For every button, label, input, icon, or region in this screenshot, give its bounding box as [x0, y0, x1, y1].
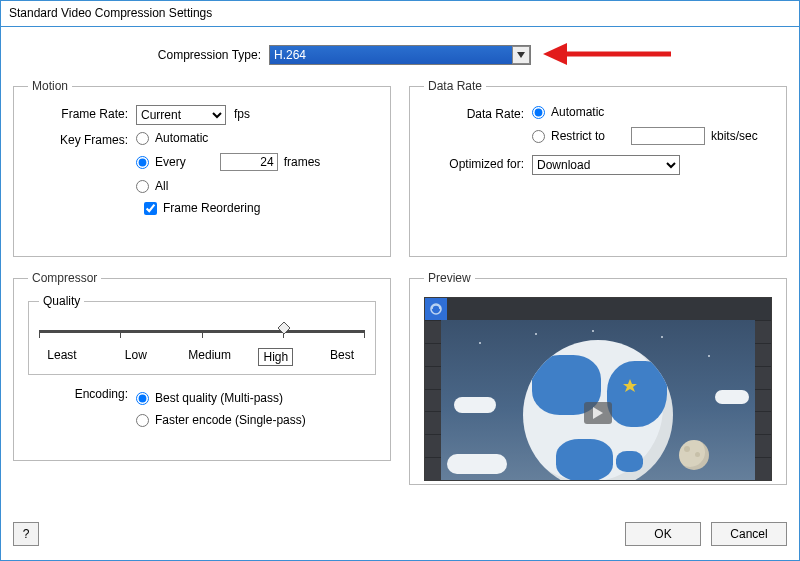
key-frames-label: Key Frames: [28, 131, 136, 147]
svg-marker-6 [593, 407, 603, 419]
client-area: Compression Type: H.264 Motion [1, 27, 799, 560]
right-column: Data Rate Data Rate: Automatic Restrict … [409, 79, 787, 485]
moon-icon [679, 440, 709, 470]
encoding-faster-option[interactable]: Faster encode (Single-pass) [136, 413, 306, 427]
kf-automatic-radio[interactable] [136, 132, 149, 145]
motion-legend: Motion [28, 79, 72, 93]
svg-marker-2 [543, 43, 567, 65]
quality-label-low: Low [111, 348, 161, 366]
preview-group: Preview [409, 271, 787, 485]
data-rate-options: Automatic Restrict to kbits/sec [532, 105, 758, 145]
dr-automatic-radio[interactable] [532, 106, 545, 119]
kf-every-option[interactable]: Every frames [136, 153, 320, 171]
compression-type-label: Compression Type: [13, 48, 269, 62]
optimized-select[interactable]: Download [532, 155, 680, 175]
cancel-button[interactable]: Cancel [711, 522, 787, 546]
left-column: Motion Frame Rate: Current fps Key Frame… [13, 79, 391, 485]
preview-scene [441, 320, 755, 480]
encoding-faster-radio[interactable] [136, 414, 149, 427]
quality-label-high: High [258, 348, 293, 366]
preview-left-strip [425, 320, 441, 480]
quality-label-best: Best [317, 348, 367, 366]
preview-top-strip [425, 298, 771, 320]
restrict-value-input[interactable] [631, 127, 705, 145]
optimized-row: Optimized for: Download [424, 155, 772, 175]
quality-label-least: Least [37, 348, 87, 366]
preview-box [424, 297, 772, 481]
chevron-down-icon[interactable] [512, 46, 530, 64]
kf-all-radio[interactable] [136, 180, 149, 193]
data-rate-legend: Data Rate [424, 79, 486, 93]
data-rate-group: Data Rate Data Rate: Automatic Restrict … [409, 79, 787, 257]
kf-all-option[interactable]: All [136, 179, 320, 193]
help-button[interactable]: ? [13, 522, 39, 546]
preview-right-strip [755, 320, 771, 480]
slider-thumb[interactable] [277, 320, 291, 334]
quality-legend: Quality [39, 294, 84, 308]
frame-rate-label: Frame Rate: [28, 105, 136, 121]
data-rate-row: Data Rate: Automatic Restrict to kbits/s… [424, 105, 772, 145]
encoding-label: Encoding: [28, 385, 136, 401]
dr-restrict-radio[interactable] [532, 130, 545, 143]
ok-button[interactable]: OK [625, 522, 701, 546]
frame-reordering-label: Frame Reordering [163, 201, 260, 215]
encoding-best-radio[interactable] [136, 392, 149, 405]
quality-slider[interactable] [39, 322, 365, 346]
compression-type-combo[interactable]: H.264 [269, 45, 531, 65]
key-frames-row: Key Frames: Automatic Every frames All [28, 131, 376, 193]
compressor-legend: Compressor [28, 271, 101, 285]
svg-marker-5 [623, 379, 637, 392]
key-frames-options: Automatic Every frames All [136, 131, 320, 193]
kf-every-radio[interactable] [136, 156, 149, 169]
window-title: Standard Video Compression Settings [9, 6, 212, 20]
bottom-bar: ? OK Cancel [13, 522, 787, 546]
title-bar: Standard Video Compression Settings [1, 1, 799, 27]
preview-legend: Preview [424, 271, 475, 285]
columns: Motion Frame Rate: Current fps Key Frame… [13, 79, 787, 485]
quality-label-medium: Medium [185, 348, 235, 366]
motion-group: Motion Frame Rate: Current fps Key Frame… [13, 79, 391, 257]
compression-type-row: Compression Type: H.264 [13, 35, 787, 79]
location-marker-icon [623, 378, 637, 392]
svg-marker-3 [278, 322, 290, 334]
encoding-best-option[interactable]: Best quality (Multi-pass) [136, 391, 306, 405]
compression-type-value: H.264 [270, 48, 512, 62]
kf-automatic-option[interactable]: Automatic [136, 131, 320, 145]
encoding-options: Best quality (Multi-pass) Faster encode … [136, 391, 306, 427]
fps-suffix: fps [234, 105, 250, 121]
frame-reordering-checkbox[interactable] [144, 202, 157, 215]
preview-app-icon [425, 298, 447, 320]
frame-rate-select[interactable]: Current [136, 105, 226, 125]
quality-group: Quality Least Low Medium Hig [28, 301, 376, 375]
dialog-window: Standard Video Compression Settings Comp… [0, 0, 800, 561]
frame-reordering-row: Frame Reordering [144, 201, 376, 215]
encoding-row: Encoding: Best quality (Multi-pass) Fast… [28, 385, 376, 427]
optimized-label: Optimized for: [424, 155, 532, 171]
play-button[interactable] [584, 402, 612, 424]
dr-automatic-option[interactable]: Automatic [532, 105, 758, 119]
kf-every-input[interactable] [220, 153, 278, 171]
dr-restrict-option[interactable]: Restrict to kbits/sec [532, 127, 758, 145]
compressor-group: Compressor Quality Least Low [13, 271, 391, 461]
svg-marker-0 [517, 52, 525, 58]
data-rate-label: Data Rate: [424, 105, 532, 121]
quality-labels: Least Low Medium High Best [37, 348, 367, 366]
annotation-arrow [543, 39, 673, 69]
frame-rate-row: Frame Rate: Current fps [28, 105, 376, 125]
slider-ticks [39, 330, 365, 338]
